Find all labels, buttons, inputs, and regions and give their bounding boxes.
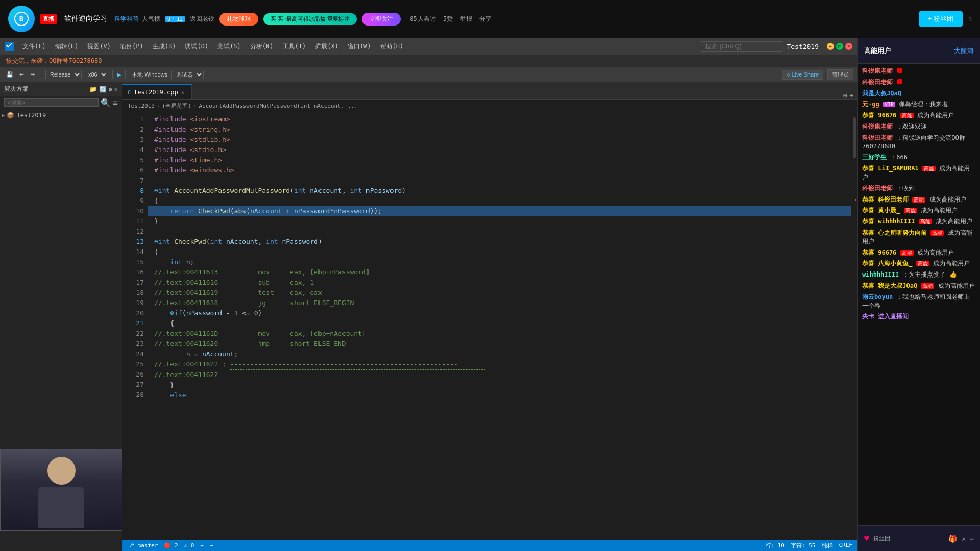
- se-close-icon[interactable]: ✕: [114, 86, 118, 93]
- share-link[interactable]: 分享: [479, 15, 492, 23]
- se-project-item[interactable]: ▶ 📦 Test2019: [2, 111, 120, 120]
- live-share-button[interactable]: ⟡ Live Share: [782, 70, 823, 80]
- stream-stats: 85人看讨 5赞 举报 分享: [410, 15, 492, 23]
- line-info[interactable]: 行: 10: [766, 542, 785, 549]
- code-line-26: //.text:00411622: [148, 370, 851, 380]
- code-line-16: //.text:00411613 mov eax, [ebp+nPassword…: [148, 267, 851, 278]
- separator-1: [41, 70, 41, 79]
- menu-build[interactable]: 生成(B): [149, 41, 180, 52]
- toolbar-undo[interactable]: ↩: [17, 70, 26, 79]
- vs-logo: [5, 42, 14, 51]
- follow-back[interactable]: 返回老铁: [190, 15, 214, 23]
- tag-science[interactable]: 科学科普: [114, 15, 139, 23]
- menu-debug[interactable]: 调试(D): [181, 41, 212, 52]
- menu-help[interactable]: 帮助(H): [376, 41, 408, 52]
- code-line-21: {: [148, 318, 851, 329]
- menu-bar: 文件(F) 编辑(E) 视图(V) 项目(P) 生成(B) 调试(D) 测试(S…: [18, 41, 407, 52]
- view-count: 85人看讨: [410, 15, 435, 23]
- se-new-folder-icon[interactable]: 📁: [89, 86, 97, 93]
- code-lines[interactable]: #include <iostream> #include <string.h> …: [148, 112, 851, 540]
- main-container: 文件(F) 编辑(E) 视图(V) 项目(P) 生成(B) 调试(D) 测试(S…: [0, 38, 980, 551]
- menu-test[interactable]: 测试(S): [213, 41, 245, 52]
- svg-text:B: B: [19, 15, 23, 23]
- nav-forward[interactable]: →: [210, 542, 213, 549]
- high-energy-badge-3: 高能: [912, 197, 925, 203]
- up-badge: UP 12: [165, 16, 185, 22]
- tag-popularity[interactable]: 人气榜: [142, 15, 160, 23]
- error-count[interactable]: 🔴 2: [164, 542, 178, 549]
- editor-tabs: C Test2019.cpp × ⊞ +: [122, 82, 857, 100]
- menu-extensions[interactable]: 扩展(X): [311, 41, 342, 52]
- se-filter-button[interactable]: ≡: [113, 98, 118, 108]
- menu-tools[interactable]: 工具(T): [279, 41, 310, 52]
- menu-window[interactable]: 窗口(W): [344, 41, 375, 52]
- list-item: 三好学生 ：666: [862, 153, 976, 162]
- new-tab-icon[interactable]: +: [849, 92, 853, 99]
- maximize-button[interactable]: □: [836, 43, 843, 50]
- code-line-5: #include <time.h>: [148, 155, 851, 165]
- git-branch: ⎇ master: [128, 542, 158, 549]
- se-search-input[interactable]: [4, 98, 99, 107]
- list-item: 央卡 进入直播间: [862, 312, 976, 321]
- window-controls: − □ ×: [827, 43, 852, 50]
- menu-project[interactable]: 项目(P): [116, 41, 148, 52]
- menu-analyze[interactable]: 分析(N): [246, 41, 278, 52]
- tab-close-button[interactable]: ×: [181, 89, 185, 96]
- list-item: 恭喜 黄小晨_ 高能 成为高能用户: [862, 206, 976, 215]
- gift-icon[interactable]: 🎁: [948, 535, 957, 543]
- more-icon[interactable]: ⋯: [970, 535, 974, 543]
- share-icon[interactable]: ↗: [961, 535, 965, 543]
- menu-file[interactable]: 文件(F): [18, 41, 50, 52]
- list-item: 恭喜 我是大叔JQaQ 高能 成为高能用户: [862, 282, 976, 290]
- debug-mode-select[interactable]: 调试器 自动: [172, 70, 204, 79]
- code-line-3: #include <stdlib.h>: [148, 135, 851, 145]
- follow-button[interactable]: + 粉丝团: [919, 11, 963, 27]
- editor-main: 解决方案 📁 🔄 ⚙ ✕ 🔍 ≡ ▶ 📦: [0, 82, 857, 551]
- toolbar-redo[interactable]: ↪: [28, 70, 37, 79]
- menu-view[interactable]: 视图(V): [83, 41, 115, 52]
- se-refresh-icon[interactable]: 🔄: [99, 86, 107, 93]
- list-item: 恭喜 wihhhhIIII 高能 成为高能用户: [862, 217, 976, 226]
- code-line-28: else: [148, 390, 851, 400]
- toolbar-save[interactable]: 💾: [4, 70, 15, 79]
- cpp-file-icon: C: [128, 90, 131, 95]
- manage-button[interactable]: 管理员: [827, 69, 853, 80]
- split-editor-icon[interactable]: ⊞: [843, 92, 847, 99]
- breadcrumb-member[interactable]: AccountAddPasswordMulPassword(int nAccou…: [199, 103, 357, 109]
- indent-info[interactable]: 纯样: [822, 542, 833, 549]
- heart-icon[interactable]: ♥: [864, 534, 869, 543]
- scrollbar-thumb[interactable]: [853, 117, 856, 158]
- gift-button[interactable]: 礼物球球: [219, 13, 258, 26]
- minimize-button[interactable]: −: [827, 43, 834, 50]
- warning-count[interactable]: ⚠ 0: [184, 542, 194, 549]
- vs-titlebar: 文件(F) 编辑(E) 视图(V) 项目(P) 生成(B) 调试(D) 测试(S…: [0, 38, 857, 55]
- editor-tab-cpp[interactable]: C Test2019.cpp ×: [122, 84, 192, 99]
- platform-select[interactable]: x86 x64: [84, 70, 108, 79]
- se-search-button[interactable]: 🔍: [101, 98, 111, 108]
- like-count: 5赞: [443, 15, 453, 23]
- buy-button[interactable]: 买·买··最高可得冰晶益 重要标注: [263, 13, 357, 25]
- vip-badge: VIP: [883, 102, 895, 107]
- nav-back[interactable]: ←: [200, 542, 204, 549]
- breadcrumb-file[interactable]: Test2019: [128, 103, 155, 109]
- breadcrumb-sep-2: ›: [193, 103, 197, 109]
- attention-button[interactable]: 立即关注: [362, 13, 401, 26]
- menu-edit[interactable]: 编辑(E): [51, 41, 83, 52]
- line-numbers: 1 2 3 4 5 6 7 8 9 10 11 12 13 14: [122, 112, 148, 540]
- col-info[interactable]: 字符: 55: [791, 542, 816, 549]
- list-item: 恭喜 96676 高能 成为高能用户: [862, 248, 976, 257]
- close-button[interactable]: ×: [845, 43, 852, 50]
- breadcrumb-scope[interactable]: (全局范围): [162, 102, 191, 110]
- chat-bottom-icons: 🎁 ↗ ⋯: [948, 535, 974, 543]
- encoding-info[interactable]: CRLF: [839, 542, 853, 549]
- code-line-22: //.text:0041161D mov eax, [ebp+nAccount]: [148, 329, 851, 339]
- toolbar-local-windows[interactable]: 本地 Windows: [130, 70, 169, 80]
- play-button[interactable]: ▶: [117, 70, 121, 79]
- list-item: 雨云boyun ：我也给马老师和圆老师上一个春: [862, 293, 976, 310]
- vs-scrollbar[interactable]: [851, 112, 857, 540]
- se-settings-icon[interactable]: ⚙: [109, 86, 112, 93]
- vs-search-input[interactable]: [701, 41, 782, 52]
- report-link[interactable]: 举报: [460, 15, 472, 23]
- chat-header: 高能用户 大航海: [858, 38, 980, 64]
- release-select[interactable]: Release Debug: [45, 70, 82, 79]
